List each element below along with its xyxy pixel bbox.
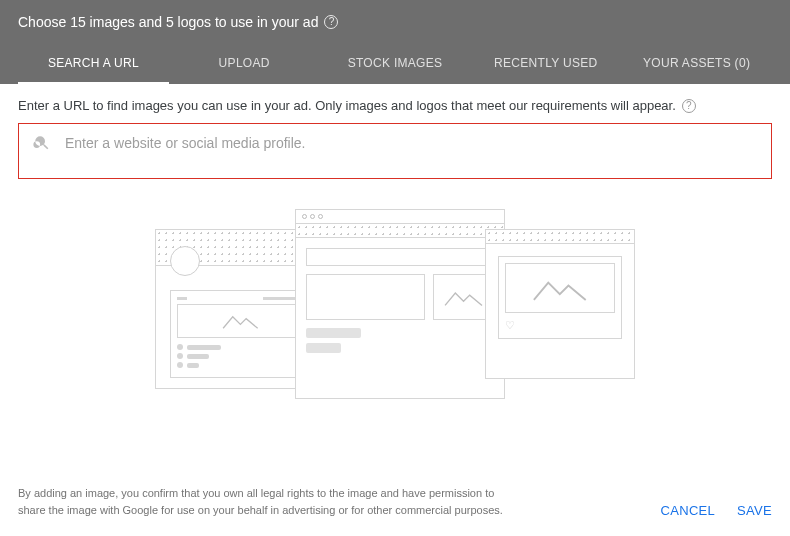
wireframe-post-card: ♡: [485, 229, 635, 379]
dialog-header: Choose 15 images and 5 logos to use in y…: [0, 0, 790, 84]
content-area: Enter a URL to find images you can use i…: [0, 84, 790, 423]
cancel-button[interactable]: CANCEL: [661, 503, 716, 518]
dialog-title: Choose 15 images and 5 logos to use in y…: [18, 14, 318, 30]
tab-recently-used[interactable]: RECENTLY USED: [470, 44, 621, 84]
dialog-footer: By adding an image, you confirm that you…: [18, 485, 772, 518]
disclaimer-text: By adding an image, you confirm that you…: [18, 485, 518, 518]
heart-icon: ♡: [505, 319, 615, 332]
tab-search-url[interactable]: SEARCH A URL: [18, 44, 169, 84]
search-icon: [33, 134, 51, 152]
tab-stock-images[interactable]: STOCK IMAGES: [320, 44, 471, 84]
tab-your-assets[interactable]: YOUR ASSETS (0): [621, 44, 772, 84]
tab-upload[interactable]: UPLOAD: [169, 44, 320, 84]
save-button[interactable]: SAVE: [737, 503, 772, 518]
help-icon[interactable]: ?: [682, 99, 696, 113]
url-search-box[interactable]: [18, 123, 772, 179]
wireframe-browser-card: [295, 209, 505, 399]
url-input[interactable]: [65, 135, 757, 151]
illustration: ♡: [18, 179, 772, 409]
help-icon[interactable]: ?: [324, 15, 338, 29]
tab-bar: SEARCH A URL UPLOAD STOCK IMAGES RECENTL…: [18, 44, 772, 84]
instruction-text: Enter a URL to find images you can use i…: [18, 98, 676, 113]
